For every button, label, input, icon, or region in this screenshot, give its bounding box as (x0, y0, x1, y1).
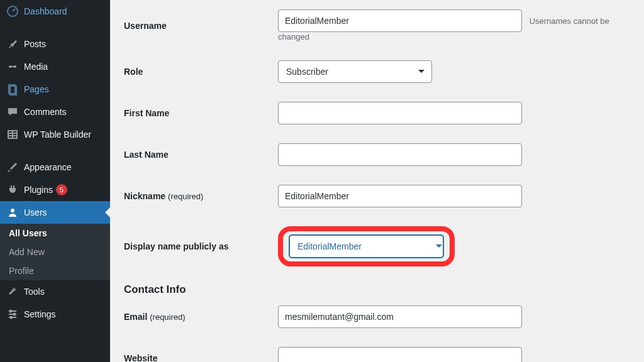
wrench-icon (6, 285, 19, 298)
menu-label: Plugins (24, 185, 53, 195)
menu-label: Pages (24, 84, 49, 94)
svg-point-9 (11, 209, 14, 212)
username-input (278, 9, 522, 32)
display-name-select[interactable]: EditorialMember (289, 235, 443, 258)
menu-wp-table-builder[interactable]: WP Table Builder (0, 123, 110, 146)
menu-plugins[interactable]: Plugins 5 (0, 178, 110, 201)
menu-label: Tools (24, 287, 45, 297)
nickname-label: Nickname (required) (124, 175, 278, 217)
first-name-label: First Name (124, 92, 278, 134)
menu-users[interactable]: Users (0, 201, 110, 224)
menu-dashboard[interactable]: Dashboard (0, 0, 110, 23)
menu-comments[interactable]: Comments (0, 101, 110, 123)
comments-icon (6, 106, 19, 118)
menu-label: Posts (24, 39, 46, 49)
pin-icon (6, 38, 19, 50)
website-input[interactable] (278, 347, 522, 362)
nickname-input[interactable] (278, 185, 522, 207)
plug-icon (6, 184, 19, 196)
menu-label: Settings (24, 309, 56, 319)
menu-tools[interactable]: Tools (0, 280, 110, 303)
menu-appearance[interactable]: Appearance (0, 156, 110, 178)
menu-label: Dashboard (24, 6, 67, 16)
email-label: Email (required) (124, 296, 278, 337)
user-icon (6, 206, 19, 219)
menu-posts[interactable]: Posts (0, 33, 110, 55)
email-input[interactable] (278, 305, 522, 328)
menu-label: Comments (24, 107, 67, 117)
username-label: Username (124, 0, 278, 51)
menu-label: Appearance (24, 162, 72, 172)
svg-point-14 (14, 314, 16, 315)
menu-media[interactable]: Media (0, 55, 110, 78)
brush-icon (6, 161, 19, 173)
role-label: Role (124, 51, 278, 92)
submenu-all-users[interactable]: All Users (0, 224, 110, 243)
last-name-input[interactable] (278, 143, 522, 166)
display-name-highlight: EditorialMember (278, 226, 455, 266)
plugin-update-badge: 5 (56, 184, 67, 195)
admin-sidebar: Dashboard Posts Media Pages Comments WP … (0, 0, 110, 362)
table-icon (6, 128, 19, 141)
svg-point-13 (10, 310, 12, 312)
first-name-input[interactable] (278, 102, 522, 124)
website-label: Website (124, 337, 278, 362)
submenu-add-new[interactable]: Add New (0, 243, 110, 261)
role-select[interactable]: Subscriber (278, 60, 432, 83)
menu-label: Media (24, 62, 48, 72)
dashboard-icon (6, 5, 19, 18)
contact-info-table: Email (required) Website (124, 296, 630, 362)
media-icon (6, 60, 19, 73)
menu-label: Users (24, 207, 47, 217)
display-name-label: Display name publicly as (124, 217, 278, 276)
user-form-table: Username Usernames cannot be changed Rol… (124, 0, 630, 276)
contact-info-heading: Contact Info (124, 283, 630, 296)
svg-point-15 (11, 317, 13, 319)
users-submenu: All Users Add New Profile (0, 224, 110, 280)
menu-pages[interactable]: Pages (0, 78, 110, 101)
menu-label: WP Table Builder (24, 129, 91, 140)
submenu-profile[interactable]: Profile (0, 261, 110, 280)
username-note: Usernames cannot be changed (278, 16, 609, 41)
last-name-label: Last Name (124, 134, 278, 175)
sliders-icon (6, 308, 19, 321)
menu-settings[interactable]: Settings (0, 303, 110, 326)
pages-icon (6, 83, 19, 96)
main-content: Username Usernames cannot be changed Rol… (110, 0, 644, 362)
